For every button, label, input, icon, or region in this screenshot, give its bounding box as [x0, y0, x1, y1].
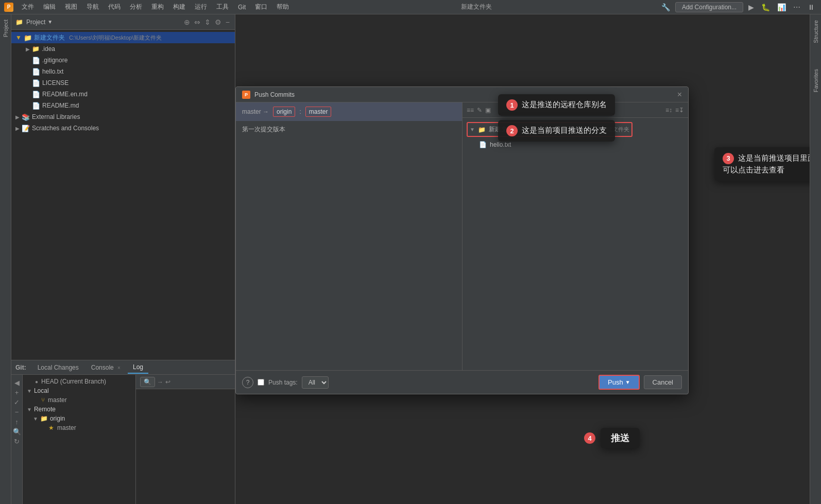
git-remote-header[interactable]: ▼ Remote: [23, 405, 135, 414]
remote-label: Remote: [34, 406, 56, 413]
folder-arrow-icon: ▼: [15, 34, 22, 41]
dialog-close-button[interactable]: ×: [677, 90, 682, 99]
tab-console[interactable]: Console ×: [86, 362, 126, 373]
annotation-3-text: 这是当前推送项目里面包含的资源文件，可以点击进去查看: [723, 153, 810, 174]
dialog-titlebar: P Push Commits ×: [236, 87, 688, 102]
menu-code[interactable]: 代码: [104, 2, 125, 12]
push-button[interactable]: Push ▼: [598, 375, 640, 390]
annotation-1-text: 这是推送的远程仓库别名: [522, 100, 607, 109]
menu-help[interactable]: 帮助: [272, 2, 293, 12]
scratches-icon: 📝: [22, 125, 30, 132]
git-local-header[interactable]: ▼ Local: [23, 386, 135, 395]
git-search-icon[interactable]: 🔍: [13, 428, 21, 436]
readme-icon: 📄: [32, 102, 40, 110]
tree-idea[interactable]: ▶ 📁 .idea: [11, 43, 235, 55]
tree-root[interactable]: ▼ 📁 新建文件夹 C:\Users\刘明福\Desktop\新建文件夹: [11, 32, 235, 43]
branch-name-badge[interactable]: master: [305, 107, 332, 117]
tree-readme[interactable]: 📄 README.md: [11, 100, 235, 111]
git-local-master[interactable]: ⑂ master: [23, 395, 135, 405]
origin-chevron-icon: ▼: [33, 416, 38, 422]
ext-lib-icon: 📚: [22, 113, 30, 121]
right-toolbar-icon2[interactable]: ✎: [477, 107, 482, 114]
tree-gitignore[interactable]: 📄 .gitignore: [11, 55, 235, 66]
git-check-icon[interactable]: ✓: [14, 398, 20, 406]
menu-run[interactable]: 运行: [191, 2, 211, 12]
git-remote-master[interactable]: ★ master: [23, 423, 135, 432]
debug-icon[interactable]: 🐛: [759, 2, 772, 12]
project-panel: 📁 Project ▼ ⊕ ⇔ ⇕ ⚙ − ▼ 📁 新建文件夹 C:\Users…: [11, 14, 235, 504]
tree-readme-en[interactable]: 📄 README.en.md: [11, 89, 235, 100]
log-undo-icon[interactable]: ↩: [165, 378, 170, 386]
locate-icon[interactable]: ⊕: [183, 17, 191, 27]
menu-analyze[interactable]: 分析: [126, 2, 146, 12]
menu-refactor[interactable]: 重构: [147, 2, 168, 12]
origin-folder-icon: 📁: [40, 415, 48, 422]
settings-icon[interactable]: ⚙: [214, 17, 223, 27]
git-refresh-icon[interactable]: ↻: [14, 438, 20, 445]
git-up-icon[interactable]: ↑: [15, 418, 19, 426]
git-origin-header[interactable]: ▼ 📁 origin: [23, 414, 135, 423]
commit-item[interactable]: 第一次提交版本: [236, 123, 462, 136]
tree-scratches[interactable]: ▶ 📝 Scratches and Consoles: [11, 123, 235, 134]
push-tags-checkbox[interactable]: [258, 379, 264, 386]
ext-arrow-icon: ▶: [15, 114, 20, 120]
main-layout: Project 📁 Project ▼ ⊕ ⇔ ⇕ ⚙ − ▼ 📁 新建文件夹: [0, 14, 821, 504]
menu-git[interactable]: Git: [234, 3, 250, 12]
minimize-icon[interactable]: −: [225, 17, 231, 27]
git-plus-icon[interactable]: +: [15, 389, 19, 396]
bottom-panel: Git: Local Changes Console × Log ◀ + ✓ −…: [11, 360, 235, 504]
readme-en-icon: 📄: [32, 91, 40, 98]
push-tags-select[interactable]: All: [302, 376, 329, 389]
tree-license[interactable]: 📄 LICENSE: [11, 77, 235, 89]
more-icon[interactable]: ⋯: [791, 2, 802, 12]
panel-actions: ⊕ ⇔ ⇕ ⚙ −: [183, 17, 231, 27]
tab-log[interactable]: Log: [128, 361, 148, 374]
menu-tools[interactable]: 工具: [212, 2, 233, 12]
tree-external-libs[interactable]: ▶ 📚 External Libraries: [11, 111, 235, 123]
console-close-icon[interactable]: ×: [117, 365, 121, 371]
content-area: P Push Commits × master → origin : maste…: [235, 14, 810, 504]
expand-icon[interactable]: ⇕: [203, 17, 212, 27]
gitignore-icon: 📄: [32, 57, 40, 64]
local-master-label: master: [48, 396, 67, 404]
play-icon[interactable]: ▶: [746, 2, 756, 12]
dialog-file-tree: ▼ 📁 新建文件夹 1 file C:\Users\刘明福\Desktop\新建…: [463, 118, 688, 370]
menu-file[interactable]: 文件: [18, 2, 38, 12]
menu-navigate[interactable]: 导航: [82, 2, 103, 12]
right-toolbar-icon5[interactable]: ≡↧: [675, 107, 684, 114]
right-toolbar-icon3[interactable]: ▣: [485, 107, 491, 114]
right-toolbar-icon4[interactable]: ≡↕: [665, 107, 672, 114]
help-button[interactable]: ?: [242, 377, 253, 388]
idea-arrow-icon: ▶: [26, 46, 30, 52]
menu-window[interactable]: 窗口: [251, 2, 271, 12]
file-name-label: hello.txt: [490, 141, 511, 148]
log-arrow-icon[interactable]: →: [157, 378, 163, 386]
push-label: Push: [608, 378, 623, 386]
favorites-tab[interactable]: Favorites: [811, 67, 820, 94]
menu-edit[interactable]: 编辑: [39, 2, 60, 12]
annotation-2-tooltip: 2 这是当前项目推送的分支: [498, 120, 615, 142]
git-arrow-left-icon[interactable]: ◀: [14, 379, 20, 387]
dialog-branch-row: master → origin : master: [236, 102, 462, 121]
pause-icon[interactable]: ⏸: [806, 2, 817, 12]
collapse-icon[interactable]: ⇔: [193, 17, 201, 27]
add-configuration-button[interactable]: Add Configuration...: [675, 2, 743, 12]
panel-title-chevron-icon[interactable]: ▼: [47, 19, 53, 25]
git-minus-icon[interactable]: −: [15, 408, 19, 416]
ext-lib-label: External Libraries: [32, 113, 80, 120]
push-dropdown-icon[interactable]: ▼: [625, 379, 630, 385]
tree-hello-txt[interactable]: 📄 hello.txt: [11, 66, 235, 77]
menu-view[interactable]: 视图: [61, 2, 81, 12]
tab-local-changes[interactable]: Local Changes: [32, 362, 84, 373]
root-path-label: C:\Users\刘明福\Desktop\新建文件夹: [69, 34, 162, 42]
readme-label: README.md: [42, 102, 79, 109]
right-toolbar-icon1[interactable]: ≡≡: [467, 107, 474, 114]
origin-badge[interactable]: origin: [273, 107, 295, 117]
project-tab[interactable]: Project: [1, 16, 10, 40]
menu-build[interactable]: 构建: [169, 2, 190, 12]
cancel-button[interactable]: Cancel: [644, 375, 682, 389]
structure-tab[interactable]: Structure: [811, 19, 820, 45]
coverage-icon[interactable]: 📊: [775, 2, 788, 12]
origin-label: origin: [50, 415, 65, 422]
git-head-item[interactable]: ● HEAD (Current Branch): [23, 377, 135, 386]
